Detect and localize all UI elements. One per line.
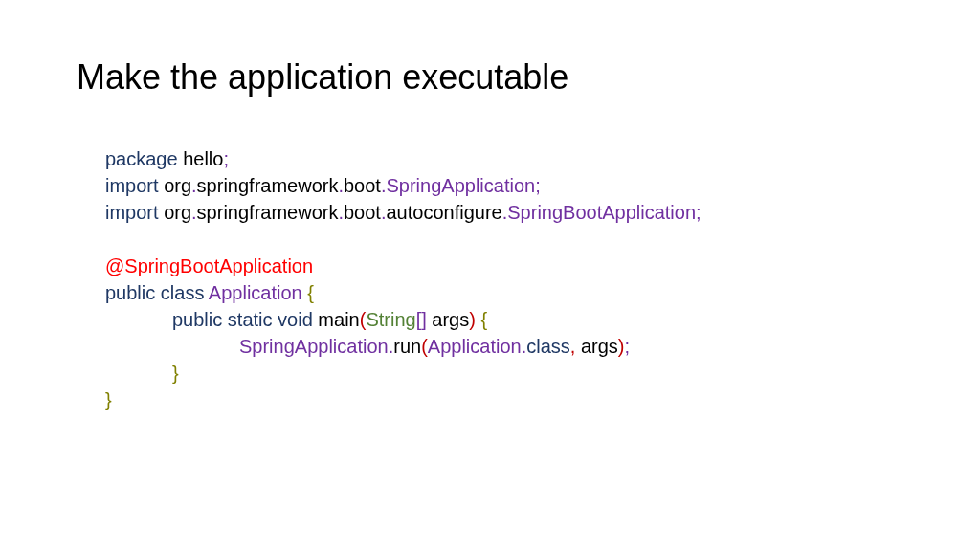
class-name: Application — [428, 336, 522, 357]
code-line-1: package hello; — [105, 145, 903, 172]
identifier: org — [159, 202, 191, 223]
method-name: run — [393, 336, 421, 357]
class-name: SpringBootApplication — [507, 202, 696, 223]
identifier: hello — [178, 148, 224, 169]
paren-close: ) — [469, 309, 476, 330]
brace-open: { — [307, 282, 314, 303]
keyword-class: class — [526, 336, 570, 357]
keyword-public: public — [105, 282, 155, 303]
keyword-package: package — [105, 148, 178, 169]
identifier: springframework — [197, 175, 339, 196]
keyword-import: import — [105, 202, 159, 223]
method-name: main — [318, 309, 359, 330]
identifier: boot — [344, 175, 381, 196]
keyword-public: public — [172, 309, 222, 330]
annotation: @SpringBootApplication — [105, 255, 313, 276]
paren-open: ( — [421, 336, 428, 357]
keyword-class: class — [161, 282, 205, 303]
identifier: boot — [344, 202, 381, 223]
class-name: Application — [209, 282, 302, 303]
identifier: autoconfigure — [387, 202, 502, 223]
type-string: String — [366, 309, 415, 330]
identifier: args — [581, 336, 618, 357]
empty-line — [105, 226, 903, 253]
class-name: SpringApplication — [387, 175, 536, 196]
brace-close: } — [172, 363, 179, 384]
semicolon: ; — [223, 148, 229, 169]
code-line-6: public static void main(String[] args) { — [105, 306, 903, 333]
semicolon: ; — [535, 175, 541, 196]
class-name: SpringApplication — [239, 336, 389, 357]
code-line-8: } — [105, 360, 903, 386]
keyword-void: void — [278, 309, 313, 330]
identifier: springframework — [197, 202, 339, 223]
brace-open: { — [480, 309, 487, 330]
code-line-2: import org.springframework.boot.SpringAp… — [105, 172, 903, 199]
code-line-3: import org.springframework.boot.autoconf… — [105, 199, 903, 226]
semicolon: ; — [696, 202, 702, 223]
code-line-9: } — [105, 386, 903, 413]
identifier: args — [432, 309, 469, 330]
code-block: package hello; import org.springframewor… — [77, 145, 903, 413]
code-line-7: SpringApplication.run(Application.class,… — [105, 333, 903, 360]
slide-title: Make the application executable — [77, 57, 903, 98]
code-line-4: @SpringBootApplication — [105, 253, 903, 279]
identifier: org — [159, 175, 191, 196]
brackets: [] — [416, 309, 427, 330]
semicolon: ; — [624, 336, 630, 357]
keyword-import: import — [105, 175, 159, 196]
keyword-static: static — [228, 309, 273, 330]
brace-close: } — [105, 389, 112, 410]
code-line-5: public class Application { — [105, 279, 903, 306]
